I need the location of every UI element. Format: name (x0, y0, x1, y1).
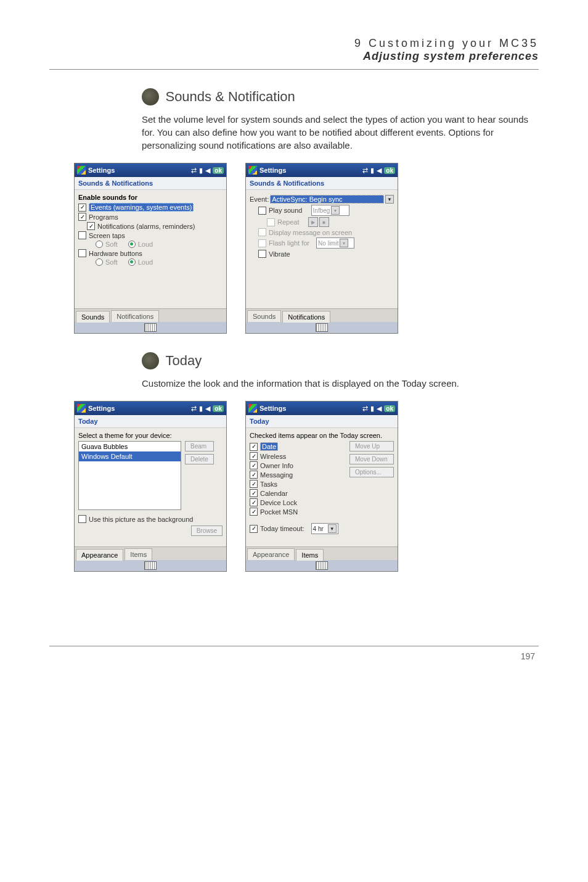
tab-appearance[interactable]: Appearance (247, 548, 295, 560)
start-icon[interactable] (248, 166, 257, 175)
window-title: Settings (259, 167, 360, 174)
ok-button[interactable]: ok (213, 405, 224, 412)
label-vibrate: Vibrate (269, 250, 290, 258)
label-repeat: Repeat (277, 218, 299, 226)
event-dropdown-button[interactable]: ▼ (385, 195, 394, 204)
label-loud-1: Loud (138, 241, 153, 248)
volume-icon[interactable]: ◀ (377, 405, 382, 413)
checkbox-playsound[interactable] (258, 207, 266, 215)
ok-button[interactable]: ok (213, 167, 224, 174)
label-programs: Programs (89, 213, 118, 221)
signal-icon[interactable]: ▮ (370, 405, 374, 413)
timeout-dropdown-button[interactable]: ▼ (328, 524, 337, 533)
theme-listbox[interactable]: Guava Bubbles Windows Default (78, 441, 181, 510)
checkbox-messaging[interactable] (250, 471, 258, 479)
titlebar: Settings ⇄ ▮ ◀ ok (75, 402, 226, 415)
label-screentaps: Screen taps (89, 232, 125, 239)
volume-icon[interactable]: ◀ (205, 167, 210, 175)
screenshot-notifications-tab: Settings ⇄ ▮ ◀ ok Sounds & Notifications… (245, 163, 398, 334)
volume-icon[interactable]: ◀ (377, 167, 382, 175)
connectivity-icon[interactable]: ⇄ (191, 405, 197, 413)
tab-appearance[interactable]: Appearance (76, 549, 123, 561)
window-title: Settings (259, 405, 360, 412)
tab-notifications[interactable]: Notifications (111, 310, 159, 322)
theme-item-windows-default[interactable]: Windows Default (79, 451, 181, 461)
checkbox-use-picture[interactable] (78, 515, 86, 523)
tab-sounds[interactable]: Sounds (247, 310, 281, 322)
tab-bar: Sounds Notifications (246, 308, 398, 322)
flash-dropdown-button: ▾ (340, 239, 348, 247)
item-messaging: Messaging (260, 471, 293, 479)
sounds-description: Set the volume level for system sounds a… (142, 113, 539, 152)
theme-item-guava[interactable]: Guava Bubbles (79, 442, 181, 451)
label-checked-items: Checked items appear on the Today screen… (250, 432, 394, 439)
moveup-button: Move Up (349, 441, 394, 451)
signal-icon[interactable]: ▮ (199, 405, 203, 413)
speaker-icon (142, 88, 159, 105)
footer-rule (49, 646, 539, 646)
start-icon[interactable] (248, 404, 257, 413)
label-use-picture: Use this picture as the background (89, 516, 193, 523)
checkbox-calendar[interactable] (250, 489, 258, 497)
item-wireless: Wireless (260, 453, 286, 460)
panel-subheader: Sounds & Notifications (246, 177, 398, 190)
label-displaymsg: Display message on screen (269, 229, 352, 236)
chapter-number: 9 Customizing your MC35 (49, 37, 539, 50)
connectivity-icon[interactable]: ⇄ (362, 405, 368, 413)
checkbox-screentaps[interactable] (78, 231, 86, 239)
checkbox-vibrate[interactable] (258, 250, 266, 258)
radio-loud-1 (128, 241, 136, 248)
checkbox-events[interactable] (78, 204, 86, 212)
connectivity-icon[interactable]: ⇄ (191, 167, 197, 175)
sound-dropdown-button: ▾ (331, 206, 340, 215)
connectivity-icon[interactable]: ⇄ (362, 167, 368, 175)
signal-icon[interactable]: ▮ (199, 167, 203, 175)
radio-soft-2 (96, 258, 103, 266)
start-icon[interactable] (77, 404, 86, 413)
browse-button: Browse (191, 525, 223, 536)
tab-notifications[interactable]: Notifications (282, 311, 330, 323)
today-icon (142, 352, 159, 369)
radio-soft-1 (96, 241, 103, 248)
item-devicelock: Device Lock (260, 499, 297, 506)
enable-sounds-heading: Enable sounds for (78, 194, 223, 201)
checkbox-notifications[interactable] (87, 222, 95, 230)
checkbox-pocketmsn[interactable] (250, 508, 258, 516)
tab-bar: Appearance Items (246, 546, 398, 560)
keyboard-icon[interactable] (316, 323, 328, 332)
play-button[interactable]: ▶ (308, 217, 318, 227)
screenshot-today-items: Settings ⇄ ▮ ◀ ok Today Checked items ap… (245, 401, 398, 572)
item-calendar: Calendar (260, 490, 288, 497)
label-select-theme: Select a theme for your device: (78, 432, 223, 439)
ok-button[interactable]: ok (384, 167, 395, 174)
tab-sounds[interactable]: Sounds (76, 311, 110, 323)
signal-icon[interactable]: ▮ (370, 167, 374, 175)
tab-items[interactable]: Items (125, 548, 152, 560)
start-icon[interactable] (77, 166, 86, 175)
header-rule (49, 69, 539, 70)
panel-subheader: Today (75, 415, 226, 428)
stop-button[interactable]: ■ (319, 217, 329, 227)
checkbox-date[interactable] (250, 443, 258, 451)
checkbox-today-timeout[interactable] (250, 525, 258, 533)
titlebar: Settings ⇄ ▮ ◀ ok (75, 163, 226, 177)
tab-items[interactable]: Items (296, 549, 324, 561)
label-soft-1: Soft (105, 241, 118, 248)
label-event: Event: (250, 196, 269, 203)
checkbox-devicelock[interactable] (250, 498, 258, 506)
checkbox-programs[interactable] (78, 213, 86, 221)
keyboard-icon[interactable] (144, 561, 157, 570)
checkbox-tasks[interactable] (250, 480, 258, 488)
keyboard-icon[interactable] (316, 561, 328, 570)
today-description: Customize the look and the information t… (142, 377, 539, 390)
checkbox-hwbuttons[interactable] (78, 249, 86, 257)
beam-button: Beam (185, 441, 214, 451)
checkbox-wireless[interactable] (250, 452, 258, 460)
label-soft-2: Soft (105, 258, 118, 266)
page-number: 197 (49, 651, 539, 674)
volume-icon[interactable]: ◀ (205, 405, 210, 413)
ok-button[interactable]: ok (384, 405, 395, 412)
checkbox-ownerinfo[interactable] (250, 461, 258, 469)
options-button: Options... (349, 467, 394, 477)
keyboard-icon[interactable] (144, 323, 157, 332)
